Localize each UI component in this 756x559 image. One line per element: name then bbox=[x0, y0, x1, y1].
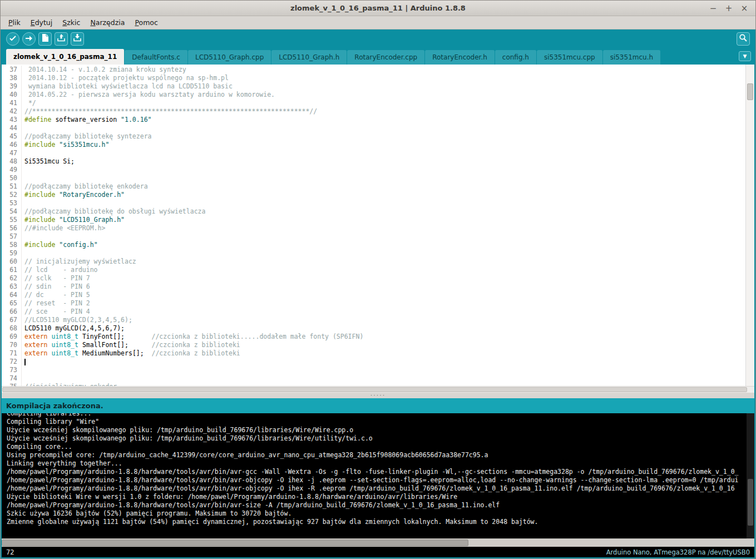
line-number: 51 bbox=[2, 182, 22, 191]
code-line: 67//LCD5110 myGLCD(2,3,4,5,6); bbox=[2, 316, 745, 324]
console-hscroll-thumb[interactable] bbox=[2, 540, 468, 546]
verify-button[interactable] bbox=[6, 32, 19, 46]
line-number: 70 bbox=[2, 341, 22, 349]
titlebar[interactable]: zlomek_v_1_0_16_pasma_11 | Arduino 1.8.8… bbox=[1, 1, 755, 16]
tabbar: zlomek_v_1_0_16_pasma_11DefaultFonts.cLC… bbox=[2, 48, 754, 65]
toolbar bbox=[2, 29, 754, 48]
status-bar: Kompilacja zakończona. bbox=[2, 398, 754, 413]
tab-config.h[interactable]: config.h bbox=[495, 50, 537, 65]
line-number: 40 bbox=[2, 91, 22, 99]
line-number: 74 bbox=[2, 374, 22, 383]
console-line: Użycie wcześniej skompilowanego pliku: /… bbox=[7, 426, 747, 434]
code-lines[interactable]: 37 2014.10.14 - v.1.0.2 zmiana kroku syn… bbox=[2, 65, 745, 386]
code-line: 72 bbox=[2, 358, 745, 366]
code-line: 50 bbox=[2, 174, 745, 182]
code-line: 68LCD5110 myGLCD(2,4,5,6,7); bbox=[2, 324, 745, 333]
code-line: 70extern uint8_t SmallFont[]; //czcionka… bbox=[2, 341, 745, 349]
line-number: 55 bbox=[2, 216, 22, 224]
console-line: Using precompiled core: /tmp/arduino_cac… bbox=[7, 451, 747, 459]
line-number: 62 bbox=[2, 274, 22, 283]
code-line: 54//podłączamy bibliotekę do obsługi wyś… bbox=[2, 207, 745, 216]
board-port-info: Arduino Nano, ATmega328P na /dev/ttyUSB0 bbox=[606, 548, 750, 556]
upload-button[interactable] bbox=[22, 32, 36, 46]
console-line: Użycie wcześniej skompilowanego pliku: /… bbox=[7, 434, 747, 443]
line-number: 59 bbox=[2, 249, 22, 258]
tab-strip: zlomek_v_1_0_16_pasma_11DefaultFonts.cLC… bbox=[6, 49, 661, 65]
window-controls: − + × bbox=[709, 4, 755, 13]
menu-item-narzędzia[interactable]: Narzędzia bbox=[86, 17, 129, 28]
magnifier-icon bbox=[739, 33, 748, 44]
code-line: 57 bbox=[2, 232, 745, 241]
editor-horizontal-scrollbar[interactable] bbox=[2, 386, 754, 393]
menu-item-szkic[interactable]: Szkic bbox=[58, 17, 85, 28]
line-number: 58 bbox=[2, 241, 22, 249]
tab-si5351mcu.cpp[interactable]: si5351mcu.cpp bbox=[537, 50, 603, 65]
maximize-button[interactable]: + bbox=[724, 4, 733, 13]
line-number: 65 bbox=[2, 299, 22, 308]
line-number: 48 bbox=[2, 157, 22, 166]
line-number: 49 bbox=[2, 166, 22, 174]
console-vertical-scrollbar[interactable] bbox=[747, 413, 754, 538]
close-button[interactable]: × bbox=[740, 4, 749, 13]
new-sketch-button[interactable] bbox=[38, 32, 52, 46]
save-button[interactable] bbox=[71, 32, 84, 46]
console-line: /home/pawel/Programy/arduino-1.8.8/hardw… bbox=[7, 468, 747, 476]
line-number: 42 bbox=[2, 107, 22, 116]
code-line: 73 bbox=[2, 366, 745, 374]
code-line: 38 2014.10.12 - początek projektu wspóln… bbox=[2, 74, 745, 82]
editor-vscroll-thumb[interactable] bbox=[747, 83, 753, 100]
tab-zlomek_v_1_0_16_pasma_11[interactable]: zlomek_v_1_0_16_pasma_11 bbox=[6, 49, 125, 65]
console-line: Zmienne globalne używają 1121 bajtów (54… bbox=[7, 518, 747, 526]
window-title: zlomek_v_1_0_16_pasma_11 | Arduino 1.8.8 bbox=[1, 4, 755, 12]
code-editor[interactable]: 37 2014.10.14 - v.1.0.2 zmiana kroku syn… bbox=[2, 65, 754, 386]
line-number: 57 bbox=[2, 232, 22, 241]
console-line: /home/pawel/Programy/arduino-1.8.8/hardw… bbox=[7, 476, 747, 484]
tab-defaultfonts.c[interactable]: DefaultFonts.c bbox=[125, 50, 188, 65]
code-line: 62// sclk - PIN 7 bbox=[2, 274, 745, 283]
code-line: 66// sce - PIN 4 bbox=[2, 308, 745, 316]
open-up-arrow-icon bbox=[57, 33, 66, 44]
right-arrow-icon bbox=[25, 33, 33, 44]
code-line: 41 */ bbox=[2, 99, 745, 107]
console-text: Compiling libraries...Compiling library … bbox=[2, 413, 747, 538]
current-line-indicator: 72 bbox=[6, 548, 14, 556]
arduino-ide-window: zlomek_v_1_0_16_pasma_11 | Arduino 1.8.8… bbox=[0, 0, 756, 559]
tab-si5351mcu.h[interactable]: si5351mcu.h bbox=[603, 50, 661, 65]
menu-item-edytuj[interactable]: Edytuj bbox=[26, 17, 57, 28]
editor-console-splitter[interactable]: ····· bbox=[2, 393, 754, 398]
line-number: 72 bbox=[2, 358, 22, 366]
code-line: 37 2014.10.14 - v.1.0.2 zmiana kroku syn… bbox=[2, 66, 745, 74]
code-line: 46#include "si5351mcu.h" bbox=[2, 141, 745, 149]
line-number: 63 bbox=[2, 283, 22, 291]
open-button[interactable] bbox=[55, 32, 68, 46]
console-horizontal-scrollbar[interactable] bbox=[2, 538, 754, 547]
tab-rotaryencoder.cpp[interactable]: RotaryEncoder.cpp bbox=[347, 50, 425, 65]
menubar: PlikEdytujSzkicNarzędziaPomoc bbox=[1, 16, 755, 29]
tab-dropdown-button[interactable]: ▼ bbox=[739, 51, 751, 61]
line-number: 39 bbox=[2, 82, 22, 91]
line-number: 45 bbox=[2, 132, 22, 141]
console-line: Użycie biblioteki Wire w wersji 1.0 z fo… bbox=[7, 493, 747, 501]
line-number: 67 bbox=[2, 316, 22, 324]
console-vscroll-thumb[interactable] bbox=[748, 479, 753, 526]
editor-hscroll-thumb[interactable] bbox=[2, 387, 747, 392]
editor-vertical-scrollbar[interactable] bbox=[745, 65, 754, 386]
tab-rotaryencoder.h[interactable]: RotaryEncoder.h bbox=[425, 50, 495, 65]
tab-lcd5110_graph.h[interactable]: LCD5110_Graph.h bbox=[271, 50, 347, 65]
menu-item-plik[interactable]: Plik bbox=[4, 17, 25, 28]
minimize-button[interactable]: − bbox=[709, 4, 718, 13]
line-number: 60 bbox=[2, 258, 22, 266]
text-caret bbox=[24, 359, 26, 365]
code-line: 63// sdin - PIN 6 bbox=[2, 283, 745, 291]
menu-item-pomoc[interactable]: Pomoc bbox=[130, 17, 162, 28]
code-line: 59 bbox=[2, 249, 745, 258]
code-line: 52#include "RotaryEncoder.h" bbox=[2, 191, 745, 199]
code-line: 51//podłączamy bibliotekę enkodera bbox=[2, 182, 745, 191]
serial-monitor-button[interactable] bbox=[737, 32, 750, 46]
tab-lcd5110_graph.cpp[interactable]: LCD5110_Graph.cpp bbox=[188, 50, 271, 65]
code-line: 42//************************************… bbox=[2, 107, 745, 116]
new-document-icon bbox=[41, 33, 49, 44]
line-number: 52 bbox=[2, 191, 22, 199]
console-line: Szkic używa 16236 bajtów (52%) pamięci p… bbox=[7, 509, 747, 518]
line-number: 53 bbox=[2, 199, 22, 207]
